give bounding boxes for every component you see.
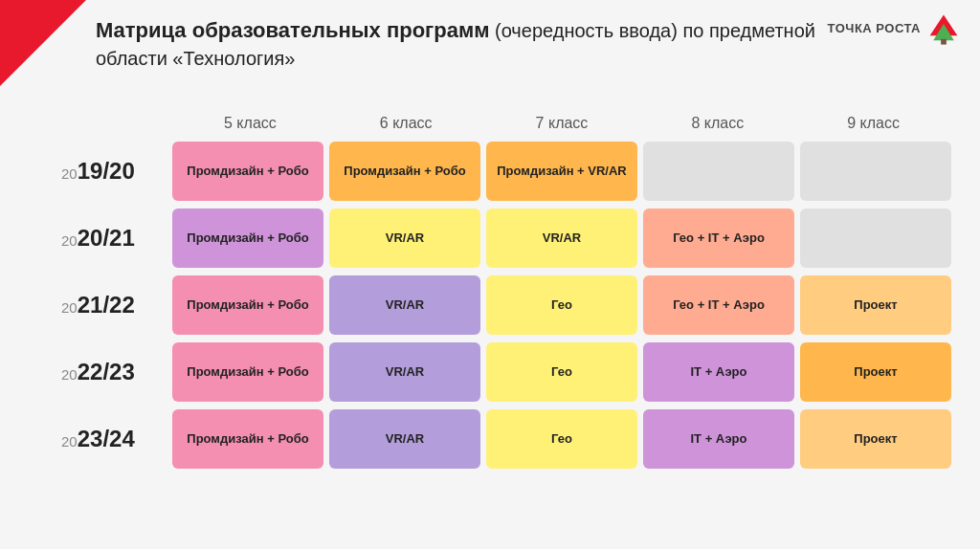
cell [800,142,951,201]
table-area: 5 класс6 класс7 класс8 класс9 класс 2019… [57,115,951,530]
cell: Гео [486,275,637,335]
cell: Промдизайн + Робо [172,209,323,268]
cell: VR/AR [329,275,480,335]
title-block: Матрица образовательных программ (очеред… [96,17,817,72]
cell: Промдизайн + Робо [329,142,480,201]
col-header: 9 класс [795,115,951,132]
table-row: 2022/23Промдизайн + РобоVR/ARГеоIT + Аэр… [57,342,951,402]
cell: Проект [800,275,951,335]
col-header: 6 класс [328,115,484,132]
logo-icon [926,11,961,46]
cell: IT + Аэро [643,342,794,402]
cell: VR/AR [329,409,480,469]
col-header: 7 класс [484,115,640,132]
cell: Гео + IT + Аэро [643,275,794,335]
cell: Гео [486,409,637,469]
table-row: 2020/21Промдизайн + РобоVR/ARVR/ARГео + … [57,209,951,268]
table-row: 2021/22Промдизайн + РобоVR/ARГеоГео + IT… [57,275,951,335]
decorative-triangle [0,0,86,86]
cell: Промдизайн + Робо [172,409,323,469]
cell [643,142,794,201]
table-row: 2019/20Промдизайн + РобоПромдизайн + Роб… [57,142,951,201]
row-cells: Промдизайн + РобоVR/ARГеоIT + АэроПроект [172,409,951,469]
row-cells: Промдизайн + РобоVR/ARVR/ARГео + IT + Аэ… [172,209,951,268]
cell: VR/AR [329,209,480,268]
logo-text: ТОЧКА РОСТА [828,21,921,36]
cell: Промдизайн + Робо [172,275,323,335]
cell: Промдизайн + Робо [172,342,323,402]
page-title: Матрица образовательных программ (очеред… [96,17,817,72]
table-row: 2023/24Промдизайн + РобоVR/ARГеоIT + Аэр… [57,409,951,469]
row-cells: Промдизайн + РобоVR/ARГеоГео + IT + Аэро… [172,275,951,335]
col-headers: 5 класс6 класс7 класс8 класс9 класс [172,115,951,132]
row-label: 2019/20 [57,158,172,185]
title-bold: Матрица образовательных программ [96,18,489,42]
cell [800,209,951,268]
cell: Проект [800,409,951,469]
row-label: 2021/22 [57,292,172,318]
table-rows: 2019/20Промдизайн + РобоПромдизайн + Роб… [57,142,951,469]
cell: VR/AR [329,342,480,402]
cell: VR/AR [486,209,637,268]
row-cells: Промдизайн + РобоПромдизайн + РобоПромди… [172,142,951,201]
row-label: 2020/21 [57,225,172,252]
col-header: 8 класс [639,115,795,132]
cell: Гео [486,342,637,402]
cell: Проект [800,342,951,402]
cell: IT + Аэро [643,409,794,469]
logo: ТОЧКА РОСТА [828,11,961,46]
cell: Промдизайн + Робо [172,142,323,201]
row-cells: Промдизайн + РобоVR/ARГеоIT + АэроПроект [172,342,951,402]
col-header: 5 класс [172,115,328,132]
row-label: 2023/24 [57,426,172,452]
svg-rect-2 [941,39,947,45]
cell: Гео + IT + Аэро [643,209,794,268]
row-label: 2022/23 [57,359,172,385]
cell: Промдизайн + VR/AR [486,142,637,201]
